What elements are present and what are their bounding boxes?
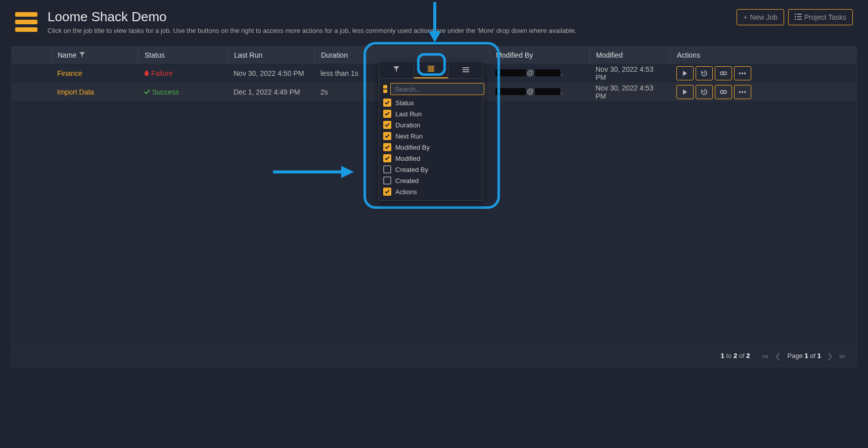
- column-header-status[interactable]: Status: [138, 47, 227, 64]
- page-subtitle: Click on the job title to view tasks for…: [48, 27, 576, 34]
- table-footer: 1 to 2 of 2 ⏮ ❮ Page 1 of 1 ❯ ⏭: [12, 344, 856, 367]
- last-run-value: Nov 30, 2022 4:50 PM: [227, 69, 314, 77]
- checkbox-icon: [383, 110, 391, 118]
- column-header-modified[interactable]: Modified: [589, 47, 670, 64]
- modified-value: Nov 30, 2022 4:53 PM: [589, 84, 670, 100]
- column-option[interactable]: Last Run: [383, 109, 479, 118]
- column-header-name[interactable]: Name: [51, 47, 138, 64]
- status-icon: [144, 69, 149, 77]
- svg-rect-4: [795, 19, 796, 20]
- svg-rect-0: [795, 14, 796, 15]
- svg-rect-17: [463, 67, 469, 68]
- checkbox-icon: [383, 165, 391, 173]
- column-option[interactable]: Actions: [383, 187, 479, 196]
- status-badge: Failure: [144, 69, 173, 77]
- column-option-label: Created By: [395, 166, 428, 173]
- column-option-label: Actions: [395, 188, 417, 196]
- filter-tab-icon: [393, 66, 399, 74]
- status-icon: [144, 88, 150, 96]
- svg-rect-2: [795, 16, 796, 17]
- plus-icon: +: [743, 13, 747, 21]
- modified-value: Nov 30, 2022 4:53 PM: [589, 65, 670, 81]
- history-button[interactable]: [696, 85, 713, 99]
- last-run-value: Dec 1, 2022 4:49 PM: [227, 88, 314, 96]
- column-header-lastrun[interactable]: Last Run: [227, 47, 314, 64]
- status-badge: Success: [144, 88, 179, 96]
- history-button[interactable]: [696, 66, 713, 80]
- tab-filter[interactable]: [379, 62, 414, 78]
- svg-rect-1: [797, 14, 802, 15]
- checkbox-icon: [383, 132, 391, 140]
- more-button[interactable]: •••: [734, 66, 751, 80]
- project-tasks-label: Project Tasks: [804, 13, 846, 21]
- checkbox-icon: [383, 99, 391, 107]
- first-page-icon[interactable]: ⏮: [762, 352, 769, 360]
- link-button[interactable]: [715, 66, 732, 80]
- last-page-icon[interactable]: ⏭: [839, 352, 846, 360]
- column-option-label: Last Run: [395, 110, 422, 118]
- column-option[interactable]: Duration: [383, 120, 479, 129]
- column-option[interactable]: Status: [383, 98, 479, 107]
- column-header-modifiedby[interactable]: Modified By: [489, 47, 589, 64]
- checkbox-icon: [383, 143, 391, 151]
- column-search-input[interactable]: [390, 83, 484, 95]
- run-button[interactable]: [676, 66, 694, 80]
- svg-rect-14: [428, 66, 429, 72]
- column-option[interactable]: Modified: [383, 154, 479, 163]
- checkbox-icon: [383, 154, 391, 162]
- column-option[interactable]: Modified By: [383, 143, 479, 152]
- column-chooser-panel: StatusLast RunDurationNext RunModified B…: [379, 61, 483, 201]
- column-option-label: Modified: [395, 155, 420, 162]
- svg-rect-15: [430, 66, 432, 72]
- job-name-link[interactable]: Import Data: [57, 88, 94, 96]
- hamburger-menu-icon[interactable]: [15, 9, 37, 35]
- row-count-label: 1 to 2 of 2: [721, 352, 750, 360]
- checkbox-icon: [383, 188, 391, 196]
- more-button[interactable]: •••: [734, 85, 751, 99]
- tab-menu[interactable]: [448, 62, 483, 78]
- column-option-label: Modified By: [395, 144, 430, 151]
- job-name-link[interactable]: Finance: [57, 69, 82, 77]
- checkbox-icon: [383, 121, 391, 129]
- modified-by-value: @.: [495, 69, 563, 77]
- new-job-label: New Job: [750, 13, 778, 21]
- select-all-checkbox[interactable]: [383, 85, 387, 93]
- column-option-label: Duration: [395, 121, 420, 129]
- new-job-button[interactable]: + New Job: [737, 9, 784, 25]
- checkbox-icon: [383, 176, 391, 185]
- column-option[interactable]: Created By: [383, 165, 479, 174]
- menu-tab-icon: [463, 66, 469, 74]
- list-icon: [795, 13, 802, 21]
- column-option-label: Status: [395, 99, 414, 107]
- next-page-icon[interactable]: ❯: [827, 352, 833, 360]
- project-tasks-button[interactable]: Project Tasks: [788, 9, 853, 25]
- svg-point-9: [723, 91, 726, 94]
- modified-by-value: @.: [495, 87, 563, 96]
- column-option[interactable]: Next Run: [383, 131, 479, 141]
- prev-page-icon[interactable]: ❮: [775, 352, 781, 360]
- svg-point-6: [720, 72, 723, 75]
- page-title: Loome Shack Demo: [48, 9, 576, 25]
- page-label: Page 1 of 1: [787, 352, 821, 360]
- column-header-actions: Actions: [670, 47, 856, 64]
- columns-tab-icon: [428, 66, 434, 73]
- svg-rect-5: [797, 19, 802, 20]
- filter-icon[interactable]: [79, 52, 85, 59]
- column-option-label: Created: [395, 177, 419, 185]
- column-option[interactable]: Created: [383, 176, 479, 185]
- run-button[interactable]: [676, 85, 694, 99]
- svg-rect-16: [433, 66, 434, 72]
- column-option-label: Next Run: [395, 132, 423, 140]
- svg-rect-19: [463, 71, 469, 72]
- svg-point-8: [720, 91, 723, 94]
- link-button[interactable]: [715, 85, 732, 99]
- tab-columns[interactable]: [414, 62, 449, 78]
- svg-rect-3: [797, 16, 802, 17]
- svg-point-7: [723, 72, 726, 75]
- svg-rect-18: [463, 69, 469, 70]
